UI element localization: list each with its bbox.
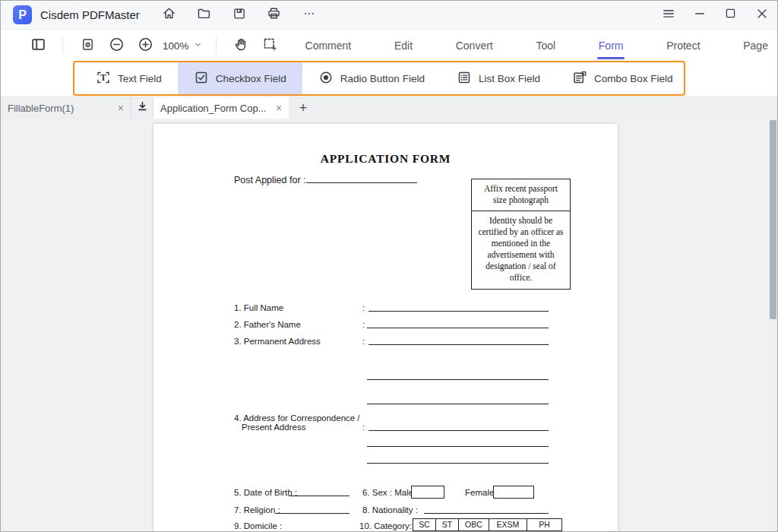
menu-tab-form[interactable]: Form bbox=[597, 30, 625, 62]
minimize-icon bbox=[693, 7, 707, 24]
print-button[interactable] bbox=[257, 3, 292, 27]
form-item-label: Radio Button Field bbox=[340, 73, 425, 84]
field-label: 5. Date of Birth : bbox=[234, 488, 297, 497]
marquee-select-icon bbox=[262, 36, 277, 55]
field-line bbox=[367, 404, 549, 404]
close-tab-icon[interactable]: × bbox=[111, 102, 131, 114]
form-item-label: Text Field bbox=[118, 73, 162, 84]
app-window: P Cisdem PDFMaster bbox=[0, 0, 778, 532]
home-button[interactable] bbox=[152, 3, 187, 27]
radio-button-field-button[interactable]: Radio Button Field bbox=[302, 62, 441, 94]
list-box-field-icon bbox=[457, 70, 472, 87]
field-line bbox=[289, 496, 349, 496]
field-label: 9. Domicile : bbox=[234, 521, 282, 530]
print-icon bbox=[267, 6, 281, 24]
field-line bbox=[367, 446, 549, 447]
field-colon: : bbox=[362, 303, 365, 312]
svg-text:T: T bbox=[100, 72, 107, 83]
text-field-button[interactable]: T Text Field bbox=[80, 62, 178, 94]
maximize-button[interactable] bbox=[715, 2, 746, 28]
category-table: SC ST OBC EXSM PH bbox=[413, 518, 562, 531]
open-file-button[interactable] bbox=[187, 3, 222, 27]
field-line bbox=[368, 311, 549, 312]
form-field-toolbar: T Text Field Checkbox Field Radio Button… bbox=[73, 61, 685, 96]
minimize-button[interactable] bbox=[684, 2, 715, 28]
save-icon bbox=[232, 7, 246, 24]
field-colon: : bbox=[362, 320, 365, 329]
document-tabbar: FillableForm(1) × Application_Form Cop..… bbox=[1, 97, 777, 119]
marquee-select-button[interactable] bbox=[255, 33, 284, 59]
combo-box-field-icon bbox=[572, 70, 587, 87]
save-button[interactable] bbox=[222, 3, 257, 27]
download-icon bbox=[136, 100, 149, 116]
zoom-out-icon bbox=[109, 36, 125, 55]
page-settings-button[interactable] bbox=[73, 33, 102, 59]
zoom-level-value: 100% bbox=[163, 40, 189, 52]
field-label: 8. Nationality : bbox=[362, 505, 418, 515]
category-cell: ST bbox=[436, 519, 459, 530]
checkbox-field-icon bbox=[194, 70, 209, 87]
post-applied-row: Post Applied for : bbox=[234, 175, 417, 185]
vertical-scrollbar[interactable] bbox=[770, 119, 776, 532]
titlebar-actions bbox=[152, 3, 327, 27]
close-button[interactable] bbox=[746, 2, 777, 28]
main-menu-button[interactable] bbox=[653, 2, 684, 28]
menu-tabs: Comment Edit Convert Tool Form Protect P… bbox=[304, 30, 777, 62]
menu-tab-edit[interactable]: Edit bbox=[393, 30, 414, 62]
pdf-page[interactable]: APPLICATION FORM Post Applied for : Affi… bbox=[153, 124, 618, 532]
zoom-in-button[interactable] bbox=[131, 33, 160, 59]
photo-box-bottom-text: Identity should be certified by an offic… bbox=[472, 211, 570, 289]
menu-tab-page[interactable]: Page bbox=[742, 30, 770, 62]
doc-tab-application-form[interactable]: Application_Form Cop... × bbox=[153, 97, 289, 119]
male-checkbox-box bbox=[411, 486, 444, 499]
doc-tab-label: FillableForm(1) bbox=[1, 103, 74, 114]
category-cell: SC bbox=[413, 519, 436, 530]
hand-tool-button[interactable] bbox=[226, 33, 255, 59]
save-tab-button[interactable] bbox=[131, 97, 153, 119]
view-tools: 100% bbox=[1, 33, 284, 59]
checkbox-field-button[interactable]: Checkbox Field bbox=[178, 62, 302, 94]
menu-tab-tool[interactable]: Tool bbox=[534, 30, 557, 62]
post-applied-line bbox=[306, 175, 417, 183]
doc-tab-fillableform[interactable]: FillableForm(1) × bbox=[1, 97, 131, 119]
close-tab-icon[interactable]: × bbox=[269, 102, 289, 114]
form-item-label: Combo Box Field bbox=[594, 73, 673, 84]
photo-box-top-text: Affix recent passport size photograph bbox=[472, 179, 570, 211]
page-gear-icon bbox=[81, 37, 95, 55]
zoom-out-button[interactable] bbox=[102, 33, 131, 59]
hamburger-icon bbox=[662, 7, 675, 24]
form-title: APPLICATION FORM bbox=[153, 152, 618, 166]
text-field-icon: T bbox=[96, 70, 111, 87]
maximize-icon bbox=[724, 7, 737, 23]
category-cell: EXSM bbox=[489, 519, 527, 530]
field-line bbox=[368, 344, 549, 345]
new-tab-button[interactable]: + bbox=[289, 97, 318, 119]
chevron-down-icon bbox=[193, 40, 203, 52]
toolbar-divider bbox=[62, 37, 63, 54]
menu-tab-comment[interactable]: Comment bbox=[304, 30, 353, 62]
form-item-label: List Box Field bbox=[479, 73, 540, 84]
more-actions-button[interactable] bbox=[292, 3, 327, 27]
field-line bbox=[367, 463, 549, 464]
list-box-field-button[interactable]: List Box Field bbox=[441, 62, 556, 94]
zoom-level-dropdown[interactable]: 100% bbox=[163, 40, 203, 52]
field-line bbox=[367, 328, 549, 328]
menu-tab-convert[interactable]: Convert bbox=[454, 30, 495, 62]
document-viewport: APPLICATION FORM Post Applied for : Affi… bbox=[1, 119, 777, 532]
field-label: Present Address bbox=[242, 423, 305, 432]
app-logo-icon: P bbox=[13, 5, 32, 24]
field-label: 4. Address for Correspondence / bbox=[234, 413, 360, 423]
hand-icon bbox=[233, 36, 248, 55]
field-label: 10. Category: bbox=[359, 521, 412, 530]
field-label: 7. Religion : bbox=[234, 505, 280, 515]
sidebar-toggle-button[interactable] bbox=[24, 33, 52, 59]
category-cell: OBC bbox=[459, 519, 489, 530]
window-controls bbox=[653, 2, 777, 28]
form-field-toolbar-row: T Text Field Checkbox Field Radio Button… bbox=[1, 62, 777, 97]
scrollbar-thumb[interactable] bbox=[770, 120, 776, 319]
field-line bbox=[424, 513, 549, 514]
field-line bbox=[368, 430, 549, 431]
menu-tab-protect[interactable]: Protect bbox=[665, 30, 701, 62]
field-label: 3. Permanent Address bbox=[234, 337, 321, 346]
combo-box-field-button[interactable]: Combo Box Field bbox=[556, 62, 685, 94]
